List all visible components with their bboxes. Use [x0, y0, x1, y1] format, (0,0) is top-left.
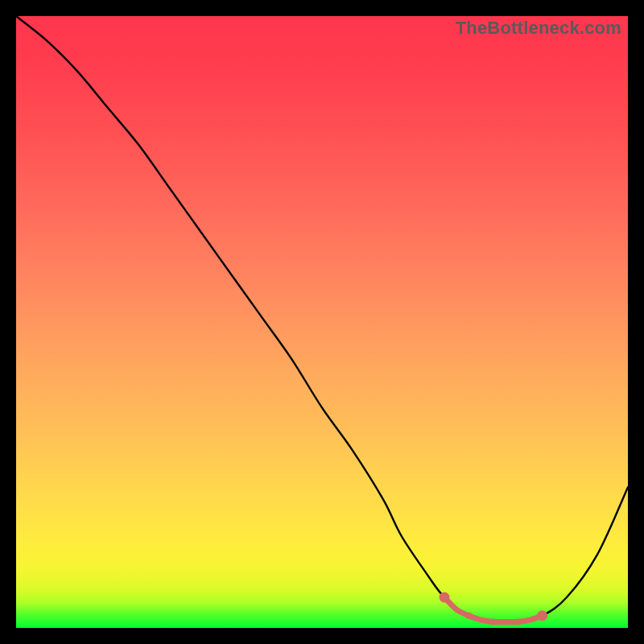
optimal-range-dot [490, 618, 497, 625]
optimal-range-markers [440, 592, 548, 625]
optimal-range-dot [514, 618, 521, 625]
optimal-range-endpoint [440, 592, 450, 603]
chart-svg [16, 16, 628, 628]
chart-frame: TheBottleneck.com [16, 16, 628, 628]
optimal-range-line [444, 597, 543, 622]
bottleneck-curve-line [16, 16, 628, 622]
optimal-range-dot [465, 613, 472, 619]
optimal-range-endpoint [537, 610, 547, 621]
